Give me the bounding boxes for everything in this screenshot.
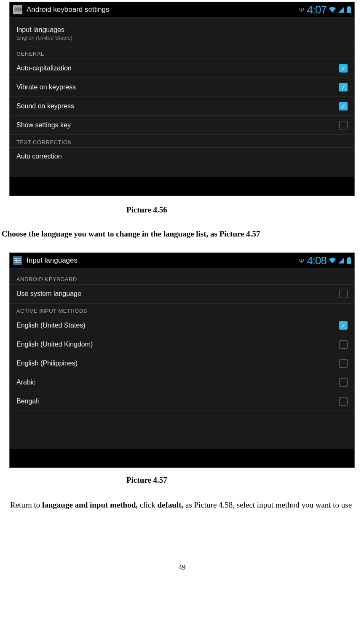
checkbox-checked-icon[interactable]: ✓	[339, 83, 348, 91]
row-label: Input languages	[16, 26, 348, 34]
screenshot-input-languages: Input languages Ψ 4:08 ANDROID KEYBOARD …	[9, 253, 355, 468]
svg-rect-1	[348, 6, 350, 7]
row-label: Use system language	[16, 290, 339, 298]
instruction-choose-language: Choose the language you want to change i…	[2, 226, 362, 242]
status-bar: Input languages Ψ 4:08	[10, 253, 354, 269]
page-number: 49	[0, 563, 364, 572]
keyboard-icon: ⌨	[13, 5, 22, 14]
wifi-icon	[329, 7, 336, 13]
auto-correction-row[interactable]: Auto correction	[10, 148, 354, 162]
text-mid: click	[140, 500, 158, 509]
row-label: Show settings key	[16, 121, 339, 129]
wifi-icon	[329, 258, 336, 263]
svg-point-3	[19, 260, 20, 261]
checkbox-unchecked-icon[interactable]	[339, 359, 348, 368]
screen-title: Android keyboard settings	[27, 5, 299, 14]
settings-list: Input languages English (United States) …	[10, 18, 354, 177]
checkbox-unchecked-icon[interactable]	[339, 340, 348, 349]
row-label: Arabic	[16, 379, 339, 386]
text-bold-langauge-input: langauge and input method,	[42, 500, 140, 509]
row-label: English (United Kingdom)	[16, 341, 339, 348]
row-label: Auto-capitalization	[16, 64, 339, 72]
english-us-row[interactable]: English (United States) ✓	[10, 316, 354, 335]
clock: 4:08	[307, 254, 327, 267]
battery-icon	[347, 257, 351, 264]
svg-rect-0	[347, 7, 351, 13]
english-ph-row[interactable]: English (Philippines)	[10, 354, 354, 373]
section-text-correction: TEXT CORRECTION	[10, 135, 354, 148]
screen-title: Input languages	[27, 256, 299, 265]
row-label: Bengali	[16, 398, 339, 405]
instruction-return-default: Return to langauge and input method, cli…	[2, 497, 362, 513]
svg-point-4	[16, 261, 18, 263]
row-sublabel: English (United States)	[16, 35, 348, 41]
svg-rect-5	[347, 258, 351, 264]
settings-sliders-icon	[13, 256, 22, 265]
caption-picture-457: Picture 4.57	[126, 476, 364, 485]
status-bar: ⌨ Android keyboard settings Ψ 4:07	[10, 2, 354, 18]
text-prefix: Return to	[10, 500, 42, 509]
text-rest: as Picture 4.58, select input method you…	[185, 500, 352, 509]
usb-icon: Ψ	[299, 6, 305, 13]
sound-on-keypress-row[interactable]: Sound on keypress ✓	[10, 97, 354, 116]
bengali-row[interactable]: Bengali	[10, 392, 354, 411]
input-languages-row[interactable]: Input languages English (United States)	[10, 21, 354, 46]
row-label: English (United States)	[16, 322, 339, 329]
row-label: Vibrate on keypress	[16, 83, 339, 91]
text-bold-default: default,	[157, 500, 185, 509]
checkbox-unchecked-icon[interactable]	[339, 121, 348, 129]
bottom-black-strip	[10, 449, 354, 468]
svg-point-2	[15, 258, 17, 260]
section-general: GENERAL	[10, 46, 354, 59]
settings-list: ANDROID KEYBOARD Use system language ACT…	[10, 269, 354, 449]
checkbox-unchecked-icon[interactable]	[339, 378, 348, 387]
show-settings-key-row[interactable]: Show settings key	[10, 116, 354, 135]
arabic-row[interactable]: Arabic	[10, 373, 354, 392]
checkbox-checked-icon[interactable]: ✓	[339, 64, 348, 73]
usb-icon: Ψ	[299, 257, 305, 264]
section-android-keyboard: ANDROID KEYBOARD	[10, 272, 354, 285]
checkbox-checked-icon[interactable]: ✓	[339, 102, 348, 110]
checkbox-checked-icon[interactable]: ✓	[339, 321, 348, 330]
row-label: Auto correction	[16, 153, 348, 160]
section-active-input-methods: ACTIVE INPUT METHODS	[10, 304, 354, 316]
checkbox-unchecked-icon[interactable]	[339, 397, 348, 406]
vibrate-on-keypress-row[interactable]: Vibrate on keypress ✓	[10, 78, 354, 97]
caption-picture-456: Picture 4.56	[126, 205, 364, 215]
row-label: English (Philippines)	[16, 360, 339, 367]
english-uk-row[interactable]: English (United Kingdom)	[10, 335, 354, 354]
signal-icon	[338, 7, 344, 13]
document-page: ⌨ Android keyboard settings Ψ 4:07 Input	[0, 2, 364, 588]
battery-icon	[347, 6, 351, 13]
row-label: Sound on keypress	[16, 102, 339, 110]
status-right: Ψ 4:07	[299, 3, 351, 16]
signal-icon	[338, 258, 344, 263]
screenshot-keyboard-settings: ⌨ Android keyboard settings Ψ 4:07 Input	[9, 2, 355, 196]
auto-capitalization-row[interactable]: Auto-capitalization ✓	[10, 59, 354, 78]
svg-rect-6	[348, 257, 350, 258]
use-system-language-row[interactable]: Use system language	[10, 285, 354, 304]
status-right: Ψ 4:08	[299, 254, 351, 267]
checkbox-unchecked-icon[interactable]	[339, 290, 348, 298]
bottom-black-strip	[10, 177, 354, 196]
clock: 4:07	[307, 3, 327, 16]
